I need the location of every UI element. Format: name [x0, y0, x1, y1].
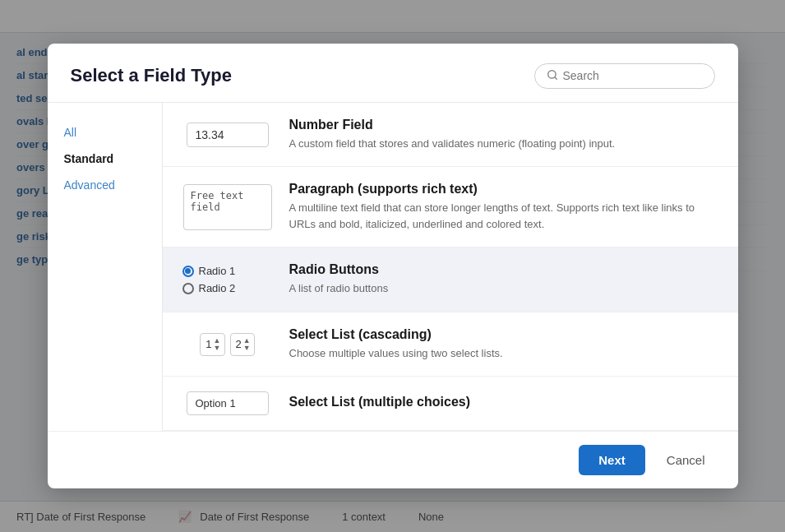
cancel-button[interactable]: Cancel: [653, 445, 718, 475]
field-info-paragraph: Paragraph (supports rich text) A multili…: [289, 182, 718, 232]
cascade-value-2: 2: [236, 338, 242, 350]
modal-header: Select a Field Type: [48, 44, 738, 103]
field-type-modal: Select a Field Type All Standard Advance…: [48, 44, 738, 489]
field-name-multiple: Select List (multiple choices): [289, 395, 718, 409]
sidebar: All Standard Advanced: [48, 103, 163, 432]
field-row-multiple[interactable]: Option 1 Select List (multiple choices): [163, 377, 738, 431]
sidebar-item-all[interactable]: All: [48, 119, 162, 146]
preview-number-input: [187, 123, 269, 147]
field-name-number: Number Field: [289, 118, 718, 132]
field-info-number: Number Field A custom field that stores …: [289, 118, 718, 152]
cascade-arrows-1: ▲▼: [214, 337, 221, 352]
field-preview-radio: Radio 1 Radio 2: [182, 265, 273, 294]
field-row-number[interactable]: Number Field A custom field that stores …: [163, 103, 738, 168]
preview-cascading-selects: 1 ▲▼ 2 ▲▼: [200, 333, 254, 356]
modal-body: All Standard Advanced Number Field A cus…: [48, 103, 738, 432]
field-desc-radio: A list of radio buttons: [289, 280, 718, 297]
field-desc-paragraph: A multiline text field that can store lo…: [289, 200, 718, 232]
radio-circle-2: [182, 283, 194, 294]
field-info-multiple: Select List (multiple choices): [289, 395, 718, 413]
field-row-cascading[interactable]: 1 ▲▼ 2 ▲▼ Select List (cascading) Choose…: [163, 312, 738, 377]
field-name-radio: Radio Buttons: [289, 262, 718, 277]
field-row-paragraph[interactable]: Free text field Paragraph (supports rich…: [163, 167, 738, 247]
search-box[interactable]: [534, 63, 715, 89]
next-button[interactable]: Next: [579, 445, 645, 475]
field-preview-multiple: Option 1: [182, 391, 273, 415]
field-info-cascading: Select List (cascading) Choose multiple …: [289, 327, 718, 362]
field-desc-number: A custom field that stores and validates…: [289, 136, 718, 152]
cascade-select-1: 1 ▲▼: [200, 333, 224, 356]
search-icon: [547, 69, 558, 83]
preview-radio-item-2: Radio 2: [182, 282, 236, 294]
field-preview-paragraph: Free text field: [182, 184, 273, 230]
field-preview-cascading: 1 ▲▼ 2 ▲▼: [182, 333, 273, 356]
preview-option-1: Option 1: [187, 391, 269, 415]
sidebar-item-advanced[interactable]: Advanced: [48, 172, 162, 198]
field-name-paragraph: Paragraph (supports rich text): [289, 182, 718, 197]
search-input[interactable]: [563, 69, 703, 82]
field-info-radio: Radio Buttons A list of radio buttons: [289, 262, 718, 297]
cascade-value-1: 1: [205, 338, 211, 350]
preview-textarea: Free text field: [183, 184, 272, 230]
field-name-cascading: Select List (cascading): [289, 327, 718, 342]
preview-radio-item-1: Radio 1: [182, 265, 236, 277]
radio-label-2: Radio 2: [199, 282, 236, 294]
field-preview-number: [182, 123, 273, 147]
radio-circle-1: [182, 266, 194, 277]
cascade-select-2: 2 ▲▼: [230, 333, 255, 356]
sidebar-item-standard[interactable]: Standard: [48, 146, 162, 172]
field-type-list: Number Field A custom field that stores …: [163, 103, 738, 432]
field-desc-cascading: Choose multiple values using two select …: [289, 345, 718, 362]
cascade-arrows-2: ▲▼: [243, 337, 251, 352]
field-row-radio[interactable]: Radio 1 Radio 2 Radio Buttons A list of …: [163, 247, 738, 312]
modal-footer: Next Cancel: [48, 431, 738, 488]
preview-radio-group: Radio 1 Radio 2: [182, 265, 273, 294]
radio-label-1: Radio 1: [199, 265, 236, 277]
modal-title: Select a Field Type: [71, 65, 232, 86]
svg-line-1: [554, 76, 556, 79]
modal-overlay: Select a Field Type All Standard Advance…: [0, 0, 785, 532]
